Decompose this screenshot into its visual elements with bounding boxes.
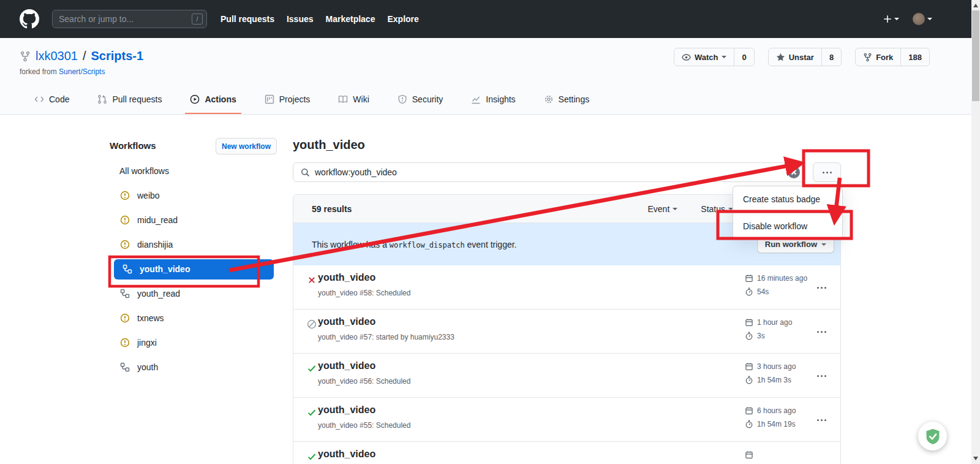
unstar-button[interactable]: Unstar (769, 48, 821, 66)
fork-button[interactable]: Fork (856, 48, 900, 66)
nav-pull-requests[interactable]: Pull requests (221, 14, 274, 24)
run-title-link[interactable]: youth_video (318, 449, 375, 460)
workflow-icon (123, 264, 132, 274)
sidebar-item-weibo[interactable]: weibo (108, 183, 281, 208)
run-duration: 3s (757, 332, 765, 340)
tab-wiki[interactable]: Wiki (333, 86, 374, 114)
warning-icon (120, 240, 130, 249)
run-row[interactable]: youth_video youth_video #56: Scheduled 3… (293, 354, 840, 398)
tab-settings[interactable]: Settings (539, 86, 595, 114)
run-options-button[interactable] (817, 281, 829, 294)
adguard-extension-button[interactable] (918, 422, 947, 451)
fork-count[interactable]: 188 (900, 48, 929, 66)
run-duration: 1h 54m 19s (757, 420, 796, 428)
tab-actions[interactable]: Actions (185, 86, 241, 114)
run-title-link[interactable]: youth_video (318, 360, 375, 371)
sidebar-item-jingxi[interactable]: jingxi (108, 330, 281, 355)
run-options-button[interactable] (817, 414, 829, 426)
repo-name-link[interactable]: Scripts-1 (91, 49, 144, 63)
main-content: youth_video 59 results Event Status (293, 115, 841, 464)
run-title-link[interactable]: youth_video (318, 316, 375, 327)
sidebar-item-all-workflows[interactable]: All workflows (108, 159, 281, 183)
create-new-dropdown[interactable] (883, 15, 899, 23)
workflow-label: youth_video (140, 264, 190, 274)
global-search[interactable]: / (52, 10, 207, 28)
run-options-button[interactable] (817, 325, 829, 338)
tab-code[interactable]: Code (29, 86, 74, 114)
workflow-options-menu: Create status badge Disable workflow (733, 186, 843, 240)
global-search-input[interactable] (59, 14, 192, 24)
workflow-label: youth_read (137, 289, 180, 299)
watch-button[interactable]: Watch (674, 48, 734, 66)
event-filter-label: Event (647, 204, 669, 214)
tab-code-label: Code (49, 94, 69, 104)
workflow-label: txnews (137, 313, 164, 323)
workflow-options-button[interactable] (813, 162, 841, 182)
forked-from-label: forked from (20, 67, 57, 76)
scroll-down-arrow[interactable] (973, 457, 978, 460)
status-filter-label: Status (701, 204, 725, 214)
sidebar-item-txnews[interactable]: txnews (108, 306, 281, 330)
sidebar-item-youth[interactable]: youth (108, 355, 281, 379)
tab-pull-requests[interactable]: Pull requests (92, 86, 167, 114)
run-time: 1 hour ago (757, 318, 792, 327)
runs-filter-field[interactable] (293, 162, 805, 182)
nav-issues[interactable]: Issues (287, 14, 314, 24)
sidebar-item-dianshijia[interactable]: dianshijia (108, 232, 281, 257)
nav-marketplace[interactable]: Marketplace (326, 14, 375, 24)
banner-code: workflow_dispatch (390, 241, 465, 249)
watch-count[interactable]: 0 (734, 48, 753, 66)
tab-pull-requests-label: Pull requests (112, 94, 162, 104)
scrollbar-thumb[interactable] (972, 10, 979, 101)
tab-security[interactable]: Security (393, 86, 448, 114)
menu-item-create-status-badge[interactable]: Create status badge (733, 186, 842, 213)
run-title-link[interactable]: youth_video (318, 405, 375, 416)
run-row[interactable]: youth_video (293, 442, 840, 464)
clear-filter-icon[interactable] (788, 166, 800, 178)
tab-actions-label: Actions (205, 94, 236, 104)
warning-icon (120, 191, 130, 200)
sidebar-item-youth-read[interactable]: youth_read (108, 281, 281, 306)
run-row[interactable]: youth_video youth_video #58: Scheduled 1… (293, 265, 840, 310)
results-count: 59 results (312, 204, 352, 214)
repo-header: lxk0301 / Scripts-1 forked from Sunert/S… (0, 38, 980, 115)
run-row[interactable]: youth_video youth_video #55: Scheduled 6… (293, 398, 840, 442)
github-logo[interactable] (20, 9, 39, 29)
run-meta: 1 hour ago 3s (745, 318, 792, 341)
eye-icon (682, 53, 691, 62)
primary-nav: Pull requests Issues Marketplace Explore (221, 14, 419, 24)
cancelled-icon (307, 319, 317, 329)
graph-icon (471, 94, 481, 104)
runs-filter-input[interactable] (315, 167, 788, 177)
tab-insights[interactable]: Insights (466, 86, 520, 114)
menu-item-disable-workflow[interactable]: Disable workflow (733, 213, 842, 239)
calendar-icon (745, 451, 753, 459)
run-duration: 54s (757, 287, 769, 296)
workflow-label: All workflows (119, 166, 169, 176)
nav-explore[interactable]: Explore (387, 14, 418, 24)
shield-icon (398, 94, 407, 104)
tab-projects[interactable]: Projects (260, 86, 315, 114)
run-title-link[interactable]: youth_video (318, 272, 375, 283)
event-filter-dropdown[interactable]: Event (647, 204, 677, 214)
run-row[interactable]: youth_video youth_video #57: started by … (293, 310, 840, 354)
page-scrollbar[interactable] (971, 0, 980, 464)
forked-from-link[interactable]: Sunert/Scripts (59, 67, 105, 76)
star-count[interactable]: 8 (821, 48, 841, 66)
fork-label: Fork (876, 53, 893, 62)
new-workflow-button[interactable]: New workflow (216, 138, 277, 154)
banner-text: This workflow has a workflow_dispatch ev… (312, 240, 516, 249)
caret-down-icon (894, 18, 899, 20)
scroll-up-arrow[interactable] (973, 4, 978, 7)
user-menu-dropdown[interactable] (913, 13, 932, 25)
status-filter-dropdown[interactable]: Status (701, 204, 733, 214)
sidebar-item-youth-video[interactable]: youth_video (114, 259, 274, 280)
header-right (883, 13, 932, 25)
repo-owner-link[interactable]: lxk0301 (36, 49, 78, 63)
avatar (913, 13, 925, 25)
workflow-label: youth (137, 362, 158, 372)
run-subtitle: youth_video #57: started by huamiyu2333 (318, 333, 454, 341)
run-options-button[interactable] (817, 370, 829, 382)
sidebar-item-midu-read[interactable]: midu_read (108, 208, 281, 232)
stopwatch-icon (745, 287, 753, 296)
